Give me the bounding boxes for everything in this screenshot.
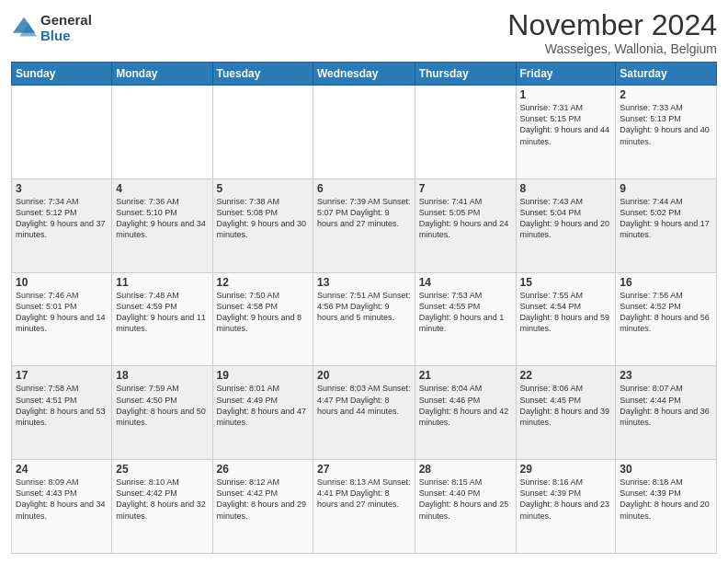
calendar-cell: 28Sunrise: 8:15 AM Sunset: 4:40 PM Dayli… xyxy=(415,460,516,554)
calendar-cell: 18Sunrise: 7:59 AM Sunset: 4:50 PM Dayli… xyxy=(112,366,212,460)
day-number: 28 xyxy=(419,463,512,476)
calendar-cell xyxy=(12,86,112,179)
logo: General Blue xyxy=(11,13,92,43)
day-number: 26 xyxy=(217,463,309,476)
day-info: Sunrise: 7:53 AM Sunset: 4:55 PM Dayligh… xyxy=(419,290,512,335)
day-number: 11 xyxy=(116,276,208,289)
weekday-header-friday: Friday xyxy=(516,63,616,86)
day-number: 24 xyxy=(16,463,108,476)
day-number: 22 xyxy=(520,369,612,382)
day-info: Sunrise: 7:51 AM Sunset: 4:56 PM Dayligh… xyxy=(317,290,411,323)
day-info: Sunrise: 7:46 AM Sunset: 5:01 PM Dayligh… xyxy=(16,290,108,335)
day-info: Sunrise: 8:13 AM Sunset: 4:41 PM Dayligh… xyxy=(317,477,411,510)
calendar-cell: 22Sunrise: 8:06 AM Sunset: 4:45 PM Dayli… xyxy=(516,366,616,460)
day-info: Sunrise: 8:09 AM Sunset: 4:43 PM Dayligh… xyxy=(16,477,108,522)
day-info: Sunrise: 7:58 AM Sunset: 4:51 PM Dayligh… xyxy=(16,383,108,428)
day-number: 19 xyxy=(217,369,309,382)
day-info: Sunrise: 7:56 AM Sunset: 4:52 PM Dayligh… xyxy=(620,290,712,335)
calendar-cell: 5Sunrise: 7:38 AM Sunset: 5:08 PM Daylig… xyxy=(212,178,313,272)
day-info: Sunrise: 7:44 AM Sunset: 5:02 PM Dayligh… xyxy=(620,196,712,241)
calendar-cell: 13Sunrise: 7:51 AM Sunset: 4:56 PM Dayli… xyxy=(313,272,415,366)
day-number: 9 xyxy=(620,182,712,195)
day-number: 18 xyxy=(116,369,208,382)
calendar-cell: 4Sunrise: 7:36 AM Sunset: 5:10 PM Daylig… xyxy=(112,178,212,272)
day-number: 25 xyxy=(116,463,208,476)
day-number: 30 xyxy=(620,463,712,476)
calendar-cell xyxy=(112,86,212,179)
day-info: Sunrise: 8:12 AM Sunset: 4:42 PM Dayligh… xyxy=(217,477,309,522)
calendar-cell: 23Sunrise: 8:07 AM Sunset: 4:44 PM Dayli… xyxy=(616,366,717,460)
day-number: 29 xyxy=(520,463,612,476)
location-title: Wasseiges, Wallonia, Belgium xyxy=(507,41,717,56)
logo-icon xyxy=(11,16,37,41)
calendar-cell xyxy=(415,86,516,179)
calendar-cell: 29Sunrise: 8:16 AM Sunset: 4:39 PM Dayli… xyxy=(516,460,616,554)
day-number: 14 xyxy=(419,276,512,289)
calendar-cell: 25Sunrise: 8:10 AM Sunset: 4:42 PM Dayli… xyxy=(112,460,212,554)
day-info: Sunrise: 7:50 AM Sunset: 4:58 PM Dayligh… xyxy=(217,290,309,335)
day-number: 1 xyxy=(520,88,612,101)
day-number: 10 xyxy=(16,276,108,289)
day-info: Sunrise: 8:06 AM Sunset: 4:45 PM Dayligh… xyxy=(520,383,612,428)
calendar-cell: 17Sunrise: 7:58 AM Sunset: 4:51 PM Dayli… xyxy=(12,366,112,460)
calendar-cell: 20Sunrise: 8:03 AM Sunset: 4:47 PM Dayli… xyxy=(313,366,415,460)
day-info: Sunrise: 7:38 AM Sunset: 5:08 PM Dayligh… xyxy=(217,196,309,241)
week-row-4: 17Sunrise: 7:58 AM Sunset: 4:51 PM Dayli… xyxy=(12,366,717,460)
calendar-cell: 1Sunrise: 7:31 AM Sunset: 5:15 PM Daylig… xyxy=(516,86,616,179)
day-number: 6 xyxy=(317,182,411,195)
day-number: 8 xyxy=(520,182,612,195)
day-number: 7 xyxy=(419,182,512,195)
day-number: 16 xyxy=(620,276,712,289)
day-number: 4 xyxy=(116,182,208,195)
day-info: Sunrise: 8:15 AM Sunset: 4:40 PM Dayligh… xyxy=(419,477,512,522)
page: General Blue November 2024 Wasseiges, Wa… xyxy=(0,0,728,563)
day-number: 20 xyxy=(317,369,411,382)
day-info: Sunrise: 7:31 AM Sunset: 5:15 PM Dayligh… xyxy=(520,102,612,147)
week-row-5: 24Sunrise: 8:09 AM Sunset: 4:43 PM Dayli… xyxy=(12,460,717,554)
calendar-cell: 6Sunrise: 7:39 AM Sunset: 5:07 PM Daylig… xyxy=(313,178,415,272)
weekday-header-sunday: Sunday xyxy=(12,63,112,86)
calendar-cell: 16Sunrise: 7:56 AM Sunset: 4:52 PM Dayli… xyxy=(616,272,717,366)
weekday-header-monday: Monday xyxy=(112,63,212,86)
day-info: Sunrise: 7:34 AM Sunset: 5:12 PM Dayligh… xyxy=(16,196,108,241)
weekday-header-saturday: Saturday xyxy=(616,63,717,86)
calendar-cell: 14Sunrise: 7:53 AM Sunset: 4:55 PM Dayli… xyxy=(415,272,516,366)
calendar-cell: 2Sunrise: 7:33 AM Sunset: 5:13 PM Daylig… xyxy=(616,86,717,179)
calendar-cell: 19Sunrise: 8:01 AM Sunset: 4:49 PM Dayli… xyxy=(212,366,313,460)
day-info: Sunrise: 8:03 AM Sunset: 4:47 PM Dayligh… xyxy=(317,383,411,416)
calendar-cell: 7Sunrise: 7:41 AM Sunset: 5:05 PM Daylig… xyxy=(415,178,516,272)
day-info: Sunrise: 8:04 AM Sunset: 4:46 PM Dayligh… xyxy=(419,383,512,428)
day-number: 5 xyxy=(217,182,309,195)
day-info: Sunrise: 7:36 AM Sunset: 5:10 PM Dayligh… xyxy=(116,196,208,241)
day-number: 12 xyxy=(217,276,309,289)
calendar-cell: 10Sunrise: 7:46 AM Sunset: 5:01 PM Dayli… xyxy=(12,272,112,366)
day-info: Sunrise: 7:59 AM Sunset: 4:50 PM Dayligh… xyxy=(116,383,208,428)
day-info: Sunrise: 8:01 AM Sunset: 4:49 PM Dayligh… xyxy=(217,383,309,428)
weekday-header-thursday: Thursday xyxy=(415,63,516,86)
calendar-cell: 24Sunrise: 8:09 AM Sunset: 4:43 PM Dayli… xyxy=(12,460,112,554)
day-info: Sunrise: 7:41 AM Sunset: 5:05 PM Dayligh… xyxy=(419,196,512,241)
top-section: General Blue November 2024 Wasseiges, Wa… xyxy=(11,9,717,56)
day-number: 3 xyxy=(16,182,108,195)
day-info: Sunrise: 7:43 AM Sunset: 5:04 PM Dayligh… xyxy=(520,196,612,241)
day-number: 21 xyxy=(419,369,512,382)
calendar-cell xyxy=(313,86,415,179)
day-number: 2 xyxy=(620,88,712,101)
day-info: Sunrise: 7:48 AM Sunset: 4:59 PM Dayligh… xyxy=(116,290,208,335)
calendar-cell: 3Sunrise: 7:34 AM Sunset: 5:12 PM Daylig… xyxy=(12,178,112,272)
day-info: Sunrise: 7:33 AM Sunset: 5:13 PM Dayligh… xyxy=(620,102,712,147)
month-title: November 2024 xyxy=(507,9,717,41)
calendar-cell: 11Sunrise: 7:48 AM Sunset: 4:59 PM Dayli… xyxy=(112,272,212,366)
calendar-cell: 9Sunrise: 7:44 AM Sunset: 5:02 PM Daylig… xyxy=(616,178,717,272)
day-number: 15 xyxy=(520,276,612,289)
day-number: 13 xyxy=(317,276,411,289)
calendar-cell: 12Sunrise: 7:50 AM Sunset: 4:58 PM Dayli… xyxy=(212,272,313,366)
weekday-header-row: SundayMondayTuesdayWednesdayThursdayFrid… xyxy=(12,63,717,86)
day-number: 17 xyxy=(16,369,108,382)
weekday-header-wednesday: Wednesday xyxy=(313,63,415,86)
week-row-3: 10Sunrise: 7:46 AM Sunset: 5:01 PM Dayli… xyxy=(12,272,717,366)
calendar-cell: 15Sunrise: 7:55 AM Sunset: 4:54 PM Dayli… xyxy=(516,272,616,366)
calendar-cell: 21Sunrise: 8:04 AM Sunset: 4:46 PM Dayli… xyxy=(415,366,516,460)
day-info: Sunrise: 7:55 AM Sunset: 4:54 PM Dayligh… xyxy=(520,290,612,335)
day-info: Sunrise: 8:16 AM Sunset: 4:39 PM Dayligh… xyxy=(520,477,612,522)
